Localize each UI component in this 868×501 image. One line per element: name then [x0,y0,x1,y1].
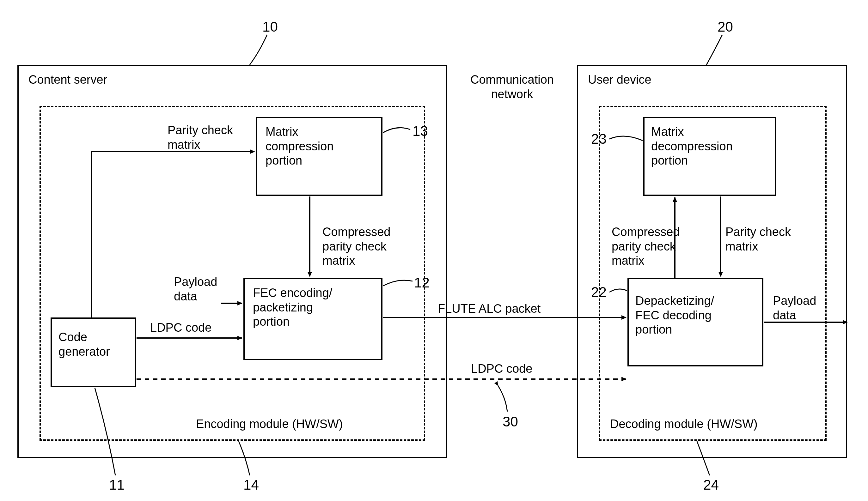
parity-check-matrix-label: Parity check matrix [168,123,233,152]
compressed-pcm-label: Compressed parity check matrix [322,225,390,268]
encoding-module-title: Encoding module (HW/SW) [196,417,343,431]
parity-check-matrix-r-label: Parity check matrix [725,225,791,254]
ldpc-code-label: LDPC code [150,321,211,335]
user-device-title: User device [588,73,651,87]
comm-network-title: Communication network [461,73,563,102]
matrix-compression-label: Matrix compression portion [265,125,334,168]
ref-24: 24 [703,477,719,493]
depacketizing-label: Depacketizing/ FEC decoding portion [635,294,714,337]
content-server-title: Content server [29,73,107,87]
fec-encoding-label: FEC encoding/ packetizing portion [253,286,332,329]
ref-22: 22 [591,284,607,300]
ref-20: 20 [718,19,733,35]
ref-12: 12 [414,275,430,291]
ref-13: 13 [412,123,428,139]
compressed-pcm-r-label: Compressed parity check matrix [611,225,680,268]
payload-data-out-label: Payload data [773,294,816,322]
decoding-module-title: Decoding module (HW/SW) [610,417,758,431]
ldpc-code2-label: LDPC code [471,362,532,376]
matrix-decompression-label: Matrix decompression portion [651,125,733,168]
payload-data-label: Payload data [174,275,217,303]
flute-alc-packet-label: FLUTE ALC packet [438,302,541,316]
ref-14: 14 [243,477,259,493]
ref-30: 30 [503,414,518,430]
ref-23: 23 [591,131,607,147]
ref-10: 10 [262,19,278,35]
code-generator-label: Code generator [59,330,110,359]
ref-11: 11 [109,477,125,493]
